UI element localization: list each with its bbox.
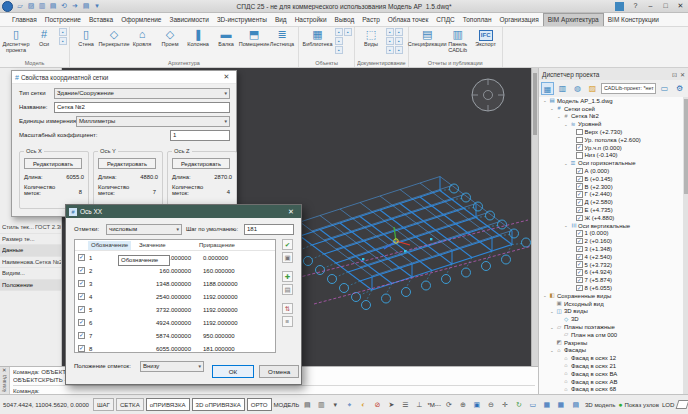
ribbon-button[interactable]: ▦Библиотека xyxy=(302,28,334,47)
ribbon-button[interactable]: ▥Панель CADLib xyxy=(444,28,471,53)
tab-6[interactable]: 3D-инструменты xyxy=(213,13,271,26)
scale-menu-icon[interactable]: ▾ xyxy=(329,398,341,411)
row-checkbox[interactable]: ✓ xyxy=(78,254,85,261)
tab-10[interactable]: Растр xyxy=(358,13,384,26)
tree-checkbox[interactable]: ✓ xyxy=(576,144,583,151)
property-row[interactable]: Стиль тек...ГОСТ 2.304 xyxy=(0,222,61,234)
save-all-icon[interactable]: ▤ xyxy=(48,1,58,11)
tree-item[interactable]: ✓Ж (+4.880) xyxy=(539,214,683,222)
tree-checkbox[interactable] xyxy=(576,129,583,136)
ribbon-button[interactable]: ⬒Помещение xyxy=(241,28,268,47)
ribbon-button[interactable]: ▬Балка xyxy=(213,28,240,47)
marks-table[interactable]: Обозначение Значение Приращение ✓10.0000… xyxy=(74,239,276,353)
tree-item[interactable]: ⌄▱Планы поэтажные xyxy=(539,323,683,331)
value-column-header[interactable]: Значение xyxy=(139,240,166,250)
maximize-button[interactable]: □ xyxy=(658,0,673,12)
zones-view-icon[interactable]: ◍ xyxy=(571,82,584,95)
tree-checkbox[interactable]: ✓ xyxy=(576,230,583,237)
list-icon[interactable]: ☰ xyxy=(399,398,411,411)
composition-view-icon[interactable]: ▥ xyxy=(556,82,569,95)
small-tool-icon[interactable]: ▪ xyxy=(335,28,343,36)
tree-checkbox[interactable]: ✓ xyxy=(576,191,583,198)
tab-1[interactable]: Главная xyxy=(8,13,41,26)
small-tool-icon[interactable]: ▪ xyxy=(395,37,403,45)
tree-checkbox[interactable]: ✓ xyxy=(576,285,583,292)
marks-table-row[interactable]: ✓86055.000000181.000000 xyxy=(75,342,275,353)
save-icon[interactable]: ▥ xyxy=(37,1,47,11)
tree-checkbox[interactable]: ✓ xyxy=(576,254,583,261)
tree-item[interactable]: Верх (+2.730) xyxy=(539,128,683,136)
refresh-icon[interactable]: ⟳ xyxy=(443,398,455,411)
tree-item[interactable]: ▱План на отм 000 xyxy=(539,331,683,339)
position-select[interactable]: Внизу▼ xyxy=(140,361,204,372)
dialog-titlebar[interactable]: # Свойства координатной сетки ✕ xyxy=(12,71,236,84)
property-row[interactable]: Размер те... xyxy=(0,234,61,246)
tab-5[interactable]: Зависимости xyxy=(165,13,212,26)
tree-item[interactable]: ✓7 (+5.874) xyxy=(539,276,683,284)
panel-scrollbar-thumb[interactable] xyxy=(684,99,688,194)
grid-name-input[interactable]: Сетка №2 xyxy=(54,102,230,113)
ribbon-button[interactable]: ❚Колонна xyxy=(185,28,212,47)
status-item-показ-узлов[interactable]: ● Показ узлов xyxy=(618,401,659,408)
tree-item[interactable]: ⌄⌂Фасады xyxy=(539,347,683,355)
tree-item[interactable]: ⌄▤Модель АР_1.5.dwg xyxy=(539,97,683,105)
help-doc-icon[interactable] xyxy=(615,2,624,11)
tree-item[interactable]: ✓4 (+2.540) xyxy=(539,253,683,261)
tree-item[interactable]: ⌂Фасад в осях 68 xyxy=(539,385,683,393)
tree-item[interactable]: ⌄☰Оси вертикальные xyxy=(539,222,683,230)
edit-axis-button[interactable]: Редактировать xyxy=(172,158,230,169)
settings-gear-icon[interactable]: ⚙ xyxy=(673,82,686,95)
zoom-out-icon[interactable]: ⊖ xyxy=(485,398,497,411)
orbit-icon[interactable]: ↻ xyxy=(513,398,525,411)
tree-checkbox[interactable]: ✓ xyxy=(576,246,583,253)
marks-table-row[interactable]: ✓53732.0000001192.000000 xyxy=(75,303,275,316)
tree-item[interactable]: ⌄☰Оси горизонтальные xyxy=(539,159,683,167)
vertical-scrollbar[interactable] xyxy=(531,68,538,366)
undo-icon[interactable]: ⟲ xyxy=(59,1,69,11)
step-input[interactable]: 181 xyxy=(244,224,294,235)
grid-units-select[interactable]: Миллиметры▼ xyxy=(76,116,230,127)
small-tool-icon[interactable]: ▪ xyxy=(395,46,403,54)
open-folder-icon[interactable]: ▨ xyxy=(586,82,599,95)
render-mode-icon[interactable]: ▦ xyxy=(555,398,567,411)
tab-4[interactable]: Оформление xyxy=(117,13,165,26)
tab-13[interactable]: Топоплан xyxy=(459,13,496,26)
property-row[interactable]: Наименова..Сетка №2 xyxy=(0,257,61,269)
tree-item[interactable]: ⌂Фасад в осях АВ xyxy=(539,378,683,386)
expander-icon[interactable]: ⌄ xyxy=(563,223,569,228)
status-item-3d-модель[interactable]: 3D модель xyxy=(585,401,615,408)
tree-item[interactable]: ⌂Фасад в осях 12 xyxy=(539,354,683,362)
tab-15[interactable]: BIM Архитектура xyxy=(543,13,604,26)
property-row[interactable]: Видим... xyxy=(0,268,61,280)
panel-close-icon[interactable]: ✕ xyxy=(680,71,685,78)
small-tool-icon[interactable]: ▪ xyxy=(386,46,394,54)
status-item-lod[interactable]: LOD xyxy=(662,401,675,408)
marks-table-row[interactable]: ✓2160.000000160.000000 xyxy=(75,264,275,277)
tree-checkbox[interactable]: ✓ xyxy=(576,183,583,190)
axis-dialog-close-icon[interactable]: ✕ xyxy=(284,208,298,216)
tree-item[interactable]: ✓5 (+3.732) xyxy=(539,261,683,269)
tree-item[interactable]: ⌄#Сетки осей xyxy=(539,105,683,113)
tree-item[interactable]: ✓2 (+0.160) xyxy=(539,237,683,245)
ribbon-button[interactable]: ◇Проем xyxy=(157,28,184,47)
ribbon-button[interactable]: IFCЭкспорт xyxy=(472,28,499,47)
tree-item[interactable]: ⌄≋Уровней xyxy=(539,120,683,128)
marks-table-row[interactable]: ✓64924.0000001192.000000 xyxy=(75,316,275,329)
tree-checkbox[interactable]: ✓ xyxy=(576,261,583,268)
tree-checkbox[interactable]: ✓ xyxy=(576,168,583,175)
ribbon-button[interactable]: ⬚Виды xyxy=(358,28,385,47)
small-tool-icon[interactable]: ▪ xyxy=(335,46,343,54)
row-checkbox[interactable]: ✓ xyxy=(78,280,85,287)
tree-checkbox[interactable]: ✓ xyxy=(576,269,583,276)
swap-icon[interactable]: ⇅ xyxy=(282,303,293,314)
row-checkbox[interactable]: ✓ xyxy=(78,267,85,274)
tab-3[interactable]: Вставка xyxy=(85,13,117,26)
tree-item[interactable]: ✓3 (+1.348) xyxy=(539,245,683,253)
tab-16[interactable]: BIM Конструкции xyxy=(604,13,663,26)
axis-dialog-titlebar[interactable]: # Ось XX ✕ xyxy=(66,205,301,218)
cursor-select-icon[interactable]: ➤ xyxy=(385,398,397,411)
row-checkbox[interactable]: ✓ xyxy=(78,345,85,352)
small-tool-icon[interactable]: ▪ xyxy=(344,28,352,36)
ribbon-button[interactable]: ◇Перекрытие xyxy=(101,28,128,47)
ribbon-button[interactable]: #Оси xyxy=(31,28,58,47)
